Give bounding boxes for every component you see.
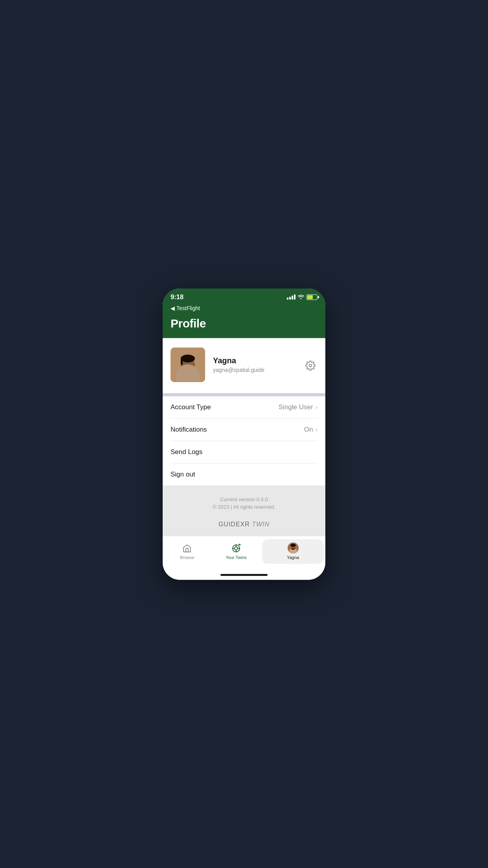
menu-section: Account Type Single User › Notifications… [163,396,325,485]
tab-your-twins[interactable]: Your Twins [212,542,261,561]
signal-bars-icon [287,294,295,300]
svg-point-18 [290,544,296,547]
brand-xr: XR [240,521,250,528]
brand-logo: GUIDeXR Twin [171,521,317,528]
account-type-label: Account Type [171,403,211,411]
profile-email: yagna@spatial.guide [213,367,317,373]
svg-point-7 [309,364,312,367]
svg-rect-0 [171,348,205,382]
rights-text: © 2023 | All rights reserved. [171,504,317,510]
sign-out-item[interactable]: Sign out [171,463,317,485]
account-type-value: Single User [279,403,313,411]
svg-rect-2 [185,368,190,373]
notifications-chevron-icon: › [316,426,317,433]
status-icons [287,294,317,300]
brand-guide: GUIDe [218,521,240,528]
home-indicator [163,572,325,580]
avatar [171,348,205,382]
send-logs-label: Send Logs [171,448,202,456]
svg-point-4 [181,355,195,362]
svg-point-6 [184,366,192,369]
svg-point-1 [177,370,199,382]
profile-name: Yagna [213,356,317,365]
page-title: Profile [171,317,317,330]
back-arrow-icon: ◀ [171,305,175,311]
send-logs-item[interactable]: Send Logs [171,441,317,463]
twins-icon [231,543,241,554]
tab-browse[interactable]: Browse [163,542,212,561]
tab-yagna-label: Yagna [287,555,299,560]
notifications-label: Notifications [171,426,207,434]
home-indicator-bar [220,574,268,576]
gear-icon [305,360,316,371]
account-type-item[interactable]: Account Type Single User › [171,396,317,419]
profile-info: Yagna yagna@spatial.guide [213,356,317,373]
tab-your-twins-label: Your Twins [226,555,246,560]
tab-browse-label: Browse [180,555,194,560]
svg-point-9 [235,547,238,550]
notifications-right: On › [304,426,317,434]
status-bar: 9:18 [163,289,325,303]
status-time: 9:18 [171,293,183,301]
phone-frame: 9:18 ◀ TestFlight Pr [163,289,325,580]
tab-yagna[interactable]: Yagna [262,539,324,564]
sign-out-label: Sign out [171,471,195,478]
home-icon [182,543,192,554]
wifi-icon [298,294,304,300]
battery-icon [306,294,317,300]
back-nav[interactable]: ◀ TestFlight [163,303,325,313]
account-type-chevron-icon: › [316,404,317,411]
page-header: Profile [163,313,325,338]
settings-button[interactable] [303,359,317,373]
brand-twin: Twin [252,521,270,528]
account-type-right: Single User › [279,403,317,411]
notifications-item[interactable]: Notifications On › [171,419,317,441]
profile-section: Yagna yagna@spatial.guide [163,338,325,393]
back-label: TestFlight [176,305,200,311]
tab-avatar-image [288,542,299,554]
footer-section: Current version 0.4.0 © 2023 | All right… [163,485,325,536]
tab-bar: Browse Your Twins [163,536,325,572]
avatar-image [171,348,205,382]
notifications-value: On [304,426,313,434]
tab-avatar [288,542,299,554]
section-divider [163,393,325,396]
svg-point-19 [292,548,295,549]
version-text: Current version 0.4.0 [171,497,317,502]
svg-rect-5 [181,359,183,365]
